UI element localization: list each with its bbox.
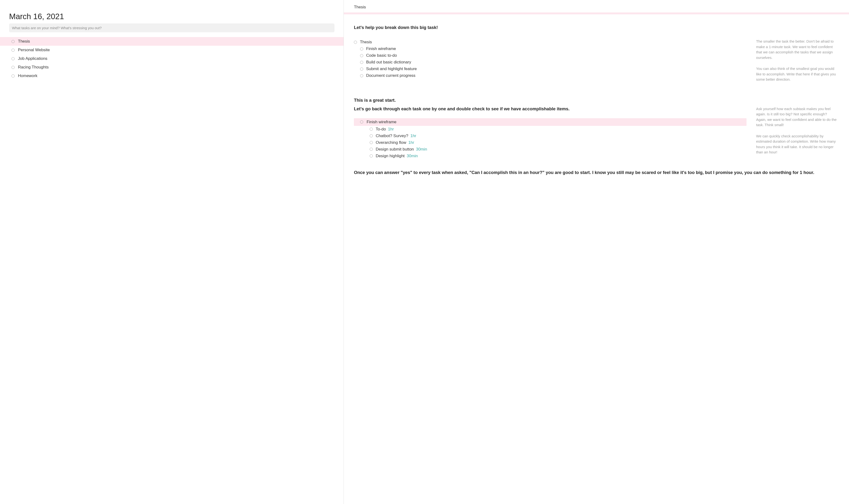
section2-heading1: This is a great start. xyxy=(354,97,837,103)
section2-subtask-row[interactable]: Overarching flow 1hr xyxy=(354,139,746,146)
sidebar-task-row[interactable]: Job Applications xyxy=(0,54,343,63)
section1-subtask-label: Finish wireframe xyxy=(366,47,396,51)
sidebar-task-row[interactable]: Personal Website xyxy=(0,46,343,54)
circle-icon[interactable] xyxy=(12,40,15,43)
sidebar-task-label: Personal Website xyxy=(18,48,50,52)
section2-heading2: Let's go back through each task one by o… xyxy=(354,106,746,111)
date-title: March 16, 2021 xyxy=(0,12,343,23)
circle-icon[interactable] xyxy=(370,134,373,137)
section2-hint2: We can quickly check accomplishability b… xyxy=(756,133,837,155)
section2-left: Let's go back through each task one by o… xyxy=(354,106,746,161)
sidebar-task-row[interactable]: Thesis xyxy=(0,37,343,46)
section1-subtask-label: Build out basic dictionary xyxy=(366,60,411,65)
circle-icon[interactable] xyxy=(12,66,15,69)
circle-icon[interactable] xyxy=(360,48,363,51)
section1-subtask-row[interactable]: Document current progress xyxy=(354,72,746,79)
section1-subtask-label: Submit and highlight feature xyxy=(366,67,417,71)
section1-right: The smaller the task the better. Don't b… xyxy=(756,39,837,88)
duration-label: 1hr xyxy=(408,140,414,145)
circle-icon[interactable] xyxy=(12,74,15,77)
section2-subtask-list: To-do 1hrChatbot? Survey? 1hrOverarching… xyxy=(354,126,746,159)
circle-icon[interactable] xyxy=(360,74,363,77)
section2-hint1: Ask yourself how each subtask makes you … xyxy=(756,106,837,128)
circle-icon[interactable] xyxy=(360,61,363,64)
section2-subtask-row[interactable]: Chatbot? Survey? 1hr xyxy=(354,132,746,139)
circle-icon[interactable] xyxy=(360,120,363,124)
section1-left: Thesis Finish wireframeCode basic to-doB… xyxy=(354,39,746,88)
sidebar-task-label: Thesis xyxy=(18,39,30,44)
section1-subtask-row[interactable]: Build out basic dictionary xyxy=(354,59,746,66)
sidebar-task-label: Homework xyxy=(18,73,37,78)
duration-label: 30min xyxy=(416,147,427,151)
section1-subtask-list: Finish wireframeCode basic to-doBuild ou… xyxy=(354,46,746,79)
section2-selected-label: Finish wireframe xyxy=(367,120,396,124)
input-wrapper xyxy=(0,23,343,37)
circle-icon[interactable] xyxy=(370,148,373,151)
duration-label: 1hr xyxy=(388,127,394,131)
section1-subtask-label: Code basic to-do xyxy=(366,53,397,58)
content-area: Let's help you break down this big task!… xyxy=(344,14,849,187)
section1-subtask-row[interactable]: Code basic to-do xyxy=(354,52,746,59)
sidebar-task-list: ThesisPersonal WebsiteJob ApplicationsRa… xyxy=(0,37,343,80)
section2-subtask-row[interactable]: Design submit button 30min xyxy=(354,146,746,153)
section2-columns: Let's go back through each task one by o… xyxy=(354,106,837,161)
section1-subtask-label: Document current progress xyxy=(366,73,415,78)
section2-subtask-label: Overarching flow 1hr xyxy=(376,140,414,145)
section2-right: Ask yourself how each subtask makes you … xyxy=(756,106,837,161)
circle-icon[interactable] xyxy=(360,68,363,71)
section1-subtask-row[interactable]: Submit and highlight feature xyxy=(354,66,746,72)
circle-icon[interactable] xyxy=(370,141,373,144)
task-input[interactable] xyxy=(9,23,335,32)
section2-subtask-row[interactable]: To-do 1hr xyxy=(354,126,746,132)
section1-subtask-row[interactable]: Finish wireframe xyxy=(354,46,746,52)
sidebar: March 16, 2021 ThesisPersonal WebsiteJob… xyxy=(0,0,344,504)
section2-subtask-label: Design highlight 30min xyxy=(376,154,418,158)
section2-subtask-label: Chatbot? Survey? 1hr xyxy=(376,133,416,138)
sidebar-task-row[interactable]: Homework xyxy=(0,72,343,80)
sidebar-task-label: Racing Thoughts xyxy=(18,65,49,70)
circle-icon[interactable] xyxy=(370,128,373,131)
circle-icon[interactable] xyxy=(12,57,15,60)
section1-hint2: You can also think of the smallest goal … xyxy=(756,66,837,82)
sidebar-task-row[interactable]: Racing Thoughts xyxy=(0,63,343,72)
detail-header: Thesis xyxy=(344,0,849,13)
section1-parent-row[interactable]: Thesis xyxy=(354,39,746,46)
section1-parent-label: Thesis xyxy=(360,40,372,44)
section1-heading: Let's help you break down this big task! xyxy=(354,25,837,30)
section2-subtask-label: Design submit button 30min xyxy=(376,147,427,152)
section1-columns: Thesis Finish wireframeCode basic to-doB… xyxy=(354,39,837,88)
duration-label: 1hr xyxy=(410,133,417,138)
duration-label: 30min xyxy=(407,154,418,158)
detail-panel: Thesis Let's help you break down this bi… xyxy=(344,0,849,504)
circle-icon[interactable] xyxy=(370,155,373,158)
section1-hint1: The smaller the task the better. Don't b… xyxy=(756,39,837,60)
header-accent-bar xyxy=(344,13,849,14)
circle-icon[interactable] xyxy=(12,49,15,52)
section2-subtask-label: To-do 1hr xyxy=(376,127,394,132)
section2-selected-row[interactable]: Finish wireframe xyxy=(354,118,746,126)
section2-subtask-row[interactable]: Design highlight 30min xyxy=(354,153,746,159)
circle-icon[interactable] xyxy=(354,41,357,44)
closing-text: Once you can answer "yes" to every task … xyxy=(354,169,837,176)
circle-icon[interactable] xyxy=(360,54,363,57)
sidebar-task-label: Job Applications xyxy=(18,56,48,61)
